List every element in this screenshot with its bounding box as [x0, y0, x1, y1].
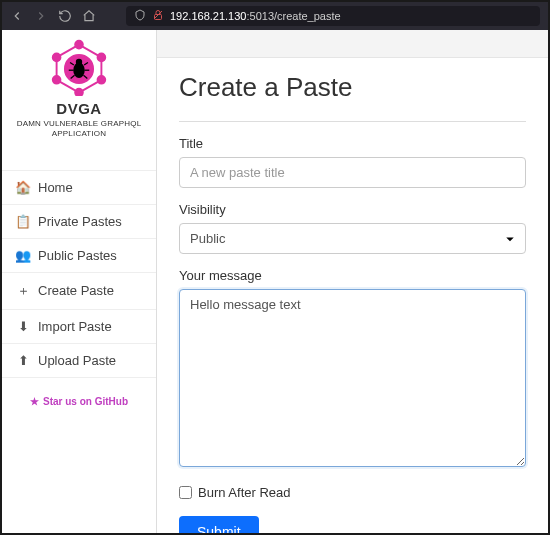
brand-name: DVGA	[6, 100, 152, 117]
sidebar-item-label: Private Pastes	[38, 214, 122, 229]
page-title: Create a Paste	[179, 72, 526, 103]
download-icon: ⬇	[16, 319, 30, 334]
logo-icon	[6, 38, 152, 96]
svg-point-13	[75, 89, 83, 96]
shield-icon	[134, 7, 146, 25]
message-textarea[interactable]	[179, 289, 526, 467]
svg-point-9	[53, 54, 61, 62]
burn-checkbox[interactable]	[179, 486, 192, 499]
visibility-label: Visibility	[179, 202, 526, 217]
sidebar-item-label: Import Paste	[38, 319, 112, 334]
sidebar-item-private-pastes[interactable]: 📋Private Pastes	[2, 205, 156, 239]
visibility-select[interactable]: Public	[179, 223, 526, 254]
upload-icon: ⬆	[16, 353, 30, 368]
sidebar-item-label: Upload Paste	[38, 353, 116, 368]
sidebar-item-import-paste[interactable]: ⬇Import Paste	[2, 310, 156, 344]
sidebar: DVGA DAMN VULNERABLE GRAPHQL APPLICATION…	[2, 30, 157, 533]
svg-point-16	[76, 59, 82, 65]
burn-label: Burn After Read	[198, 485, 291, 500]
reload-icon[interactable]	[58, 9, 72, 23]
header-strip	[157, 30, 548, 58]
url-bar[interactable]: 192.168.21.130:5013/create_paste	[126, 6, 540, 26]
title-label: Title	[179, 136, 526, 151]
svg-point-10	[98, 54, 106, 62]
url-text: 192.168.21.130:5013/create_paste	[170, 10, 341, 22]
plus-icon: ＋	[16, 282, 30, 300]
sidebar-item-upload-paste[interactable]: ⬆Upload Paste	[2, 344, 156, 378]
brand-subtitle: DAMN VULNERABLE GRAPHQL APPLICATION	[6, 119, 152, 140]
lock-icon	[152, 7, 164, 25]
users-icon: 👥	[16, 248, 30, 263]
divider	[179, 121, 526, 122]
nav-list: 🏠Home 📋Private Pastes 👥Public Pastes ＋Cr…	[2, 170, 156, 378]
forward-icon[interactable]	[34, 9, 48, 23]
message-label: Your message	[179, 268, 526, 283]
home-icon[interactable]	[82, 9, 96, 23]
star-icon: ★	[30, 396, 39, 407]
svg-point-8	[75, 41, 83, 49]
sidebar-item-home[interactable]: 🏠Home	[2, 170, 156, 205]
title-input[interactable]	[179, 157, 526, 188]
sidebar-item-label: Create Paste	[38, 283, 114, 298]
clipboard-icon: 📋	[16, 214, 30, 229]
browser-toolbar: 192.168.21.130:5013/create_paste	[2, 2, 548, 30]
sidebar-item-public-pastes[interactable]: 👥Public Pastes	[2, 239, 156, 273]
submit-button[interactable]: Submit	[179, 516, 259, 533]
back-icon[interactable]	[10, 9, 24, 23]
sidebar-item-label: Public Pastes	[38, 248, 117, 263]
svg-point-11	[53, 76, 61, 84]
svg-point-12	[98, 76, 106, 84]
main-content: Create a Paste Title Visibility Public Y…	[157, 30, 548, 533]
house-icon: 🏠	[16, 180, 30, 195]
github-link-label: Star us on GitHub	[43, 396, 128, 407]
brand: DVGA DAMN VULNERABLE GRAPHQL APPLICATION	[2, 30, 156, 152]
github-link[interactable]: ★Star us on GitHub	[2, 378, 156, 425]
sidebar-item-label: Home	[38, 180, 73, 195]
sidebar-item-create-paste[interactable]: ＋Create Paste	[2, 273, 156, 310]
